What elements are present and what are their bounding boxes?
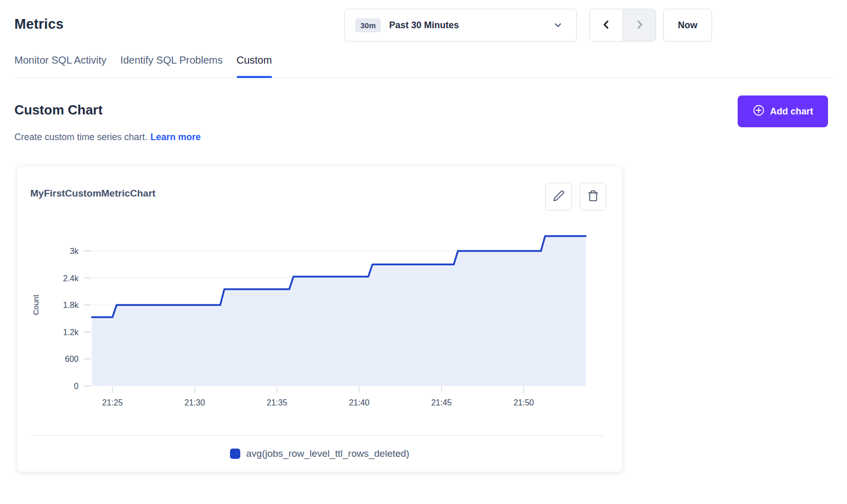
- pencil-icon: [553, 190, 565, 203]
- chart-card-title: MyFirstCustomMetricChart: [30, 188, 156, 199]
- svg-text:21:40: 21:40: [349, 398, 370, 407]
- svg-text:0: 0: [74, 382, 79, 391]
- svg-text:21:45: 21:45: [431, 398, 452, 407]
- section-subtitle: Create custom time series chart.Learn mo…: [14, 132, 201, 143]
- svg-text:21:35: 21:35: [266, 398, 287, 407]
- chevron-left-icon: [601, 19, 612, 32]
- chevron-right-icon: [634, 19, 645, 32]
- metrics-page: Metrics 30m Past 30 Minutes Now Monitor …: [0, 0, 847, 504]
- time-range-label: Past 30 Minutes: [389, 20, 553, 31]
- plus-circle-icon: [753, 104, 765, 119]
- section-title: Custom Chart: [14, 102, 103, 118]
- legend-label: avg(jobs_row_level_ttl_rows_deleted): [246, 448, 410, 459]
- edit-chart-button[interactable]: [545, 183, 572, 210]
- add-chart-label: Add chart: [770, 106, 813, 117]
- svg-text:1.8k: 1.8k: [63, 301, 79, 309]
- time-prev-button[interactable]: [590, 9, 623, 41]
- now-button[interactable]: Now: [663, 9, 712, 42]
- svg-text:21:50: 21:50: [513, 398, 534, 407]
- tab-identify-sql-problems[interactable]: Identify SQL Problems: [120, 54, 222, 77]
- chart-legend[interactable]: avg(jobs_row_level_ttl_rows_deleted): [17, 448, 622, 459]
- svg-text:1.2k: 1.2k: [63, 328, 79, 337]
- trash-icon: [587, 190, 599, 203]
- svg-text:600: 600: [65, 355, 79, 363]
- tab-custom[interactable]: Custom: [237, 54, 272, 77]
- svg-text:21:25: 21:25: [102, 398, 123, 407]
- time-next-button[interactable]: [623, 9, 656, 41]
- time-range-selector[interactable]: 30m Past 30 Minutes: [344, 9, 577, 42]
- card-divider: [30, 435, 604, 436]
- legend-swatch: [230, 449, 240, 459]
- page-title: Metrics: [14, 16, 64, 32]
- tab-monitor-sql-activity[interactable]: Monitor SQL Activity: [14, 54, 106, 77]
- time-step-button-group: [589, 9, 656, 42]
- chart-card: MyFirstCustomMetricChart 06001.2k1.8k2.4…: [16, 166, 623, 472]
- svg-text:2.4k: 2.4k: [63, 274, 79, 283]
- time-range-badge: 30m: [355, 18, 381, 32]
- svg-text:21:30: 21:30: [184, 398, 205, 407]
- delete-chart-button[interactable]: [580, 183, 606, 210]
- metric-chart-svg: 06001.2k1.8k2.4k3k21:2521:3021:3521:4021…: [17, 216, 623, 417]
- tab-bar: Monitor SQL Activity Identify SQL Proble…: [14, 54, 833, 78]
- chevron-down-icon: [553, 20, 563, 30]
- svg-text:Count: Count: [31, 294, 40, 315]
- subtitle-text: Create custom time series chart.: [14, 132, 147, 142]
- learn-more-link[interactable]: Learn more: [150, 132, 201, 142]
- svg-text:3k: 3k: [70, 247, 79, 256]
- add-chart-button[interactable]: Add chart: [738, 95, 828, 127]
